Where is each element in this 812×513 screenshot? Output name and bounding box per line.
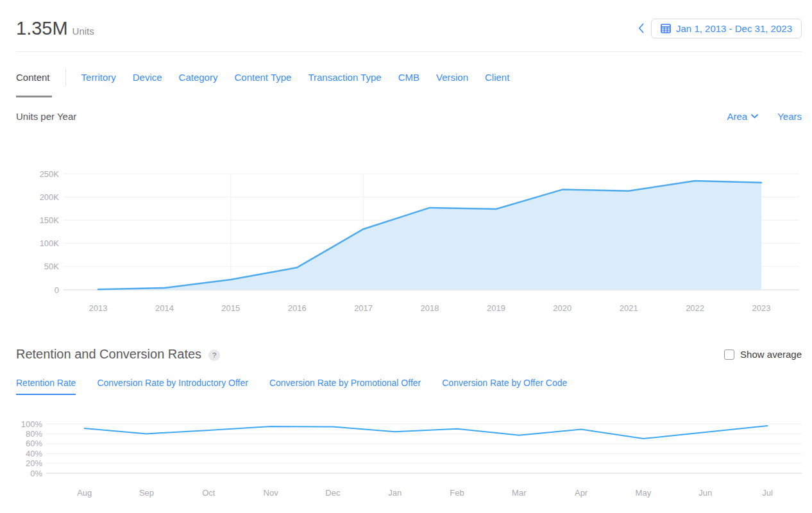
svg-text:100K: 100K — [40, 239, 60, 248]
tab-version[interactable]: Version — [436, 72, 468, 83]
svg-text:Dec: Dec — [325, 488, 341, 498]
page-header: 1.35M Units Jan 1, 2013 - Dec 31, 2023 — [16, 17, 802, 40]
units-per-year-area-chart: 250K200K150K100K50K020132014201520162017… — [0, 160, 812, 321]
subtab-conversion-rate-by-offer-code[interactable]: Conversion Rate by Offer Code — [442, 378, 567, 395]
tab-transaction-type[interactable]: Transaction Type — [308, 72, 381, 83]
subtab-retention-rate[interactable]: Retention Rate — [16, 378, 76, 395]
svg-text:2015: 2015 — [221, 303, 240, 313]
svg-text:0%: 0% — [30, 469, 42, 478]
svg-text:80%: 80% — [26, 429, 42, 439]
svg-text:60%: 60% — [26, 439, 42, 448]
chart-type-label: Area — [727, 111, 748, 122]
retention-rate-line-chart: 100%80%60%40%20%0%AugSepOctNovDecJanFebM… — [0, 417, 812, 503]
svg-text:Feb: Feb — [450, 488, 464, 498]
svg-text:Jan: Jan — [388, 488, 402, 498]
svg-text:50K: 50K — [44, 262, 59, 271]
calendar-icon — [661, 23, 671, 33]
show-average-control[interactable]: Show average — [724, 349, 802, 360]
svg-text:Mar: Mar — [512, 488, 527, 498]
svg-text:2014: 2014 — [155, 303, 174, 313]
interval-toggle[interactable]: Years — [777, 111, 802, 122]
total-units-value: 1.35M — [16, 18, 68, 39]
rate-subtab-bar: Retention RateConversion Rate by Introdu… — [16, 378, 567, 395]
units-chart-title: Units per Year — [16, 111, 76, 122]
svg-text:Oct: Oct — [202, 488, 216, 498]
svg-text:Jun: Jun — [698, 488, 712, 498]
tab-divider — [65, 69, 66, 86]
svg-text:2021: 2021 — [620, 303, 638, 313]
units-chart-controls: Area Years — [727, 111, 802, 122]
svg-text:2013: 2013 — [89, 303, 108, 313]
tab-cmb[interactable]: CMB — [398, 72, 419, 83]
svg-text:200K: 200K — [40, 192, 60, 202]
svg-text:2017: 2017 — [354, 303, 373, 313]
previous-period-chevron-icon[interactable] — [638, 23, 644, 33]
svg-text:0: 0 — [55, 285, 59, 295]
chevron-down-icon — [751, 114, 758, 119]
show-average-checkbox[interactable] — [724, 349, 734, 360]
total-units-metric: 1.35M Units — [16, 18, 94, 39]
retention-section-title: Retention and Conversion Rates — [16, 347, 201, 362]
date-navigation: Jan 1, 2013 - Dec 31, 2023 — [638, 19, 802, 38]
svg-text:2016: 2016 — [288, 303, 307, 313]
help-icon[interactable]: ? — [208, 349, 220, 361]
svg-text:2023: 2023 — [752, 303, 771, 313]
svg-text:2019: 2019 — [487, 303, 505, 313]
svg-text:2020: 2020 — [553, 303, 571, 313]
svg-text:Sep: Sep — [139, 488, 154, 498]
svg-text:2022: 2022 — [686, 303, 704, 313]
active-tab-indicator — [16, 96, 52, 97]
subtab-conversion-rate-by-promotional-offer[interactable]: Conversion Rate by Promotional Offer — [269, 378, 421, 395]
tab-category[interactable]: Category — [179, 72, 218, 83]
tab-content[interactable]: Content — [16, 72, 50, 83]
date-range-button[interactable]: Jan 1, 2013 - Dec 31, 2023 — [651, 19, 802, 38]
svg-text:250K: 250K — [40, 169, 60, 179]
tab-territory[interactable]: Territory — [81, 72, 116, 83]
chart-type-dropdown[interactable]: Area — [727, 111, 759, 122]
units-chart-header: Units per Year Area Years — [16, 111, 802, 122]
date-range-label: Jan 1, 2013 - Dec 31, 2023 — [676, 23, 792, 34]
svg-text:Apr: Apr — [575, 488, 588, 498]
svg-text:20%: 20% — [26, 458, 42, 468]
svg-text:40%: 40% — [26, 449, 42, 458]
tab-device[interactable]: Device — [133, 72, 162, 83]
svg-text:Aug: Aug — [77, 488, 92, 498]
header-divider — [16, 51, 802, 52]
svg-text:150K: 150K — [40, 215, 60, 225]
tab-content-type[interactable]: Content Type — [234, 72, 291, 83]
dimension-tab-bar: ContentTerritoryDeviceCategoryContent Ty… — [16, 69, 509, 86]
svg-text:Jul: Jul — [762, 488, 773, 498]
tab-client[interactable]: Client — [485, 72, 509, 83]
retention-section-title-group: Retention and Conversion Rates ? — [16, 347, 220, 362]
show-average-label: Show average — [740, 349, 802, 360]
svg-text:Nov: Nov — [264, 488, 279, 498]
retention-section-header: Retention and Conversion Rates ? Show av… — [16, 347, 802, 362]
svg-text:2018: 2018 — [421, 303, 439, 313]
subtab-conversion-rate-by-introductory-offer[interactable]: Conversion Rate by Introductory Offer — [97, 378, 248, 395]
svg-text:100%: 100% — [21, 419, 43, 429]
total-units-label: Units — [72, 26, 94, 37]
svg-text:May: May — [636, 488, 652, 498]
